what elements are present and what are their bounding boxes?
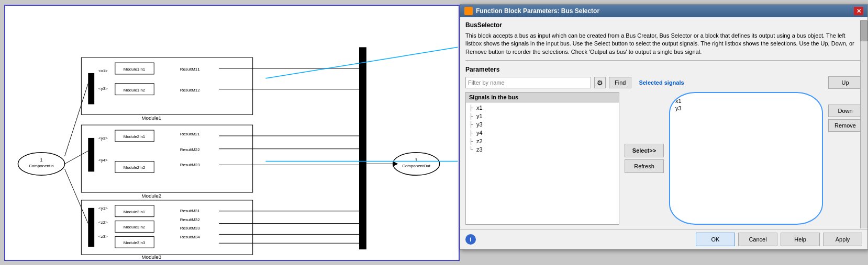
bus-selector-dialog: Function Block Parameters: Bus Selector …	[460, 4, 868, 250]
svg-text:Module2In2: Module2In2	[124, 165, 145, 170]
signal-y3[interactable]: y3	[466, 120, 619, 129]
remove-button[interactable]: Remove	[828, 119, 862, 132]
down-button[interactable]: Down	[828, 105, 862, 117]
svg-text:Module2In1: Module2In1	[124, 134, 146, 139]
svg-text:Module1: Module1	[141, 115, 161, 121]
svg-rect-47	[359, 47, 366, 249]
params-label: Parameters	[465, 66, 862, 73]
signal-z2[interactable]: z2	[466, 137, 619, 145]
help-button[interactable]: Help	[781, 233, 820, 246]
svg-text:ResultM32: ResultM32	[180, 217, 200, 222]
svg-text:ResultM12: ResultM12	[180, 87, 200, 92]
svg-line-59	[65, 169, 88, 223]
svg-line-57	[65, 83, 88, 156]
filter-input[interactable]	[465, 77, 591, 88]
svg-text:ResultM31: ResultM31	[180, 208, 200, 213]
signals-listbox[interactable]: x1 y1 y3 y4 z2 z3	[465, 102, 619, 225]
svg-rect-28	[88, 137, 94, 171]
dialog-description: This block accepts a bus as input which …	[465, 32, 862, 61]
svg-text:Module2: Module2	[141, 192, 161, 198]
svg-text:Module3In2: Module3In2	[124, 225, 145, 229]
signal-y4[interactable]: y4	[466, 129, 619, 137]
svg-text:<y1>: <y1>	[98, 205, 108, 210]
svg-text:ResultM33: ResultM33	[180, 226, 200, 231]
ok-button[interactable]: OK	[696, 233, 735, 246]
select-button[interactable]: Select>>	[625, 144, 664, 157]
dialog-title-icon	[464, 7, 473, 15]
svg-text:<x1>: <x1>	[98, 68, 108, 73]
svg-text:ResultM34: ResultM34	[180, 235, 200, 239]
signal-x1[interactable]: x1	[466, 103, 619, 112]
selected-y3[interactable]: y3	[674, 105, 818, 112]
dialog-titlebar: Function Block Parameters: Bus Selector …	[460, 5, 867, 17]
refresh-button[interactable]: Refresh	[625, 159, 664, 173]
svg-text:ComponentOut: ComponentOut	[402, 164, 431, 168]
svg-text:Module3In1: Module3In1	[124, 209, 146, 214]
svg-text:<y4>: <y4>	[98, 157, 108, 162]
svg-text:<z3>: <z3>	[98, 234, 108, 239]
selected-x1[interactable]: x1	[674, 97, 818, 105]
svg-text:ResultM23: ResultM23	[180, 163, 200, 167]
svg-rect-16	[88, 73, 94, 104]
svg-text:<y3>: <y3>	[98, 86, 108, 90]
selected-signals-box[interactable]: x1 y3	[669, 92, 823, 225]
signal-z3[interactable]: z3	[466, 145, 619, 154]
svg-text:1: 1	[40, 157, 43, 162]
filter-options-button[interactable]: ⚙	[594, 77, 606, 88]
selected-signals-label: Selected signals	[639, 79, 821, 86]
up-button[interactable]: Up	[828, 76, 862, 89]
signals-in-bus-label: Signals in the bus	[465, 92, 619, 102]
svg-text:Module1In1: Module1In1	[124, 66, 146, 71]
signal-y1[interactable]: y1	[466, 112, 619, 120]
close-button[interactable]: ✕	[854, 7, 863, 15]
info-icon[interactable]: i	[465, 234, 476, 245]
apply-button[interactable]: Apply	[823, 233, 862, 246]
simulink-diagram: 1 ComponentIn 1 ComponentOut Module1 Mod…	[4, 5, 460, 261]
dialog-title: Function Block Parameters: Bus Selector	[476, 7, 599, 15]
section-name: BusSelector	[465, 21, 862, 29]
svg-rect-43	[88, 208, 94, 246]
cancel-button[interactable]: Cancel	[738, 233, 777, 246]
svg-text:ResultM21: ResultM21	[180, 131, 200, 136]
svg-text:ResultM22: ResultM22	[180, 147, 200, 152]
svg-text:<z2>: <z2>	[98, 220, 108, 224]
svg-text:Module3: Module3	[141, 254, 161, 260]
svg-text:<y3>: <y3>	[98, 135, 108, 140]
find-button[interactable]: Find	[609, 77, 631, 88]
svg-text:ComponentIn: ComponentIn	[29, 164, 54, 168]
svg-text:Module3In3: Module3In3	[124, 240, 146, 245]
svg-line-58	[65, 151, 88, 164]
svg-text:ResultM11: ResultM11	[180, 66, 200, 71]
svg-text:Module1In2: Module1In2	[124, 87, 145, 92]
